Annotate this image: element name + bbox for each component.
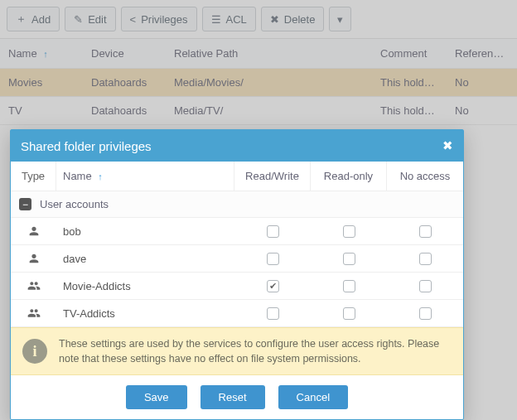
dcol-name-label: Name	[63, 170, 92, 182]
save-button[interactable]: Save	[126, 385, 187, 409]
group-icon	[27, 307, 41, 320]
type-cell	[11, 300, 56, 326]
privilege-row: bob	[11, 218, 463, 245]
type-cell	[11, 218, 56, 244]
dcol-ro-label: Read-only	[324, 170, 373, 182]
close-icon[interactable]: ✖	[442, 138, 453, 153]
dcol-name[interactable]: Name ↑	[56, 162, 234, 191]
cancel-button[interactable]: Cancel	[278, 385, 348, 409]
dcol-type-label: Type	[22, 170, 45, 182]
group-header[interactable]: − User accounts	[11, 191, 463, 218]
info-text: These settings are used by the services …	[59, 336, 452, 366]
user-icon	[27, 224, 41, 238]
na-checkbox[interactable]	[419, 307, 432, 320]
rw-checkbox[interactable]	[267, 307, 279, 320]
na-checkbox[interactable]	[419, 225, 432, 238]
info-icon: i	[22, 339, 47, 364]
type-cell	[11, 273, 56, 299]
group-icon	[27, 279, 41, 292]
privileges-dialog: Shared folder privileges ✖ Type Name ↑ R…	[10, 129, 464, 420]
dcol-ro[interactable]: Read-only	[311, 162, 387, 191]
dialog-title: Shared folder privileges	[21, 139, 152, 153]
ro-checkbox[interactable]	[343, 253, 355, 265]
name-cell: bob	[56, 219, 234, 244]
rw-checkbox[interactable]	[267, 253, 279, 265]
type-cell	[11, 245, 56, 272]
dialog-actions: Save Reset Cancel	[11, 375, 463, 419]
dcol-na-label: No access	[400, 170, 451, 182]
dcol-rw-label: Read/Write	[245, 170, 299, 182]
na-checkbox[interactable]	[419, 280, 432, 292]
dialog-grid-header: Type Name ↑ Read/Write Read-only No acce…	[11, 162, 463, 191]
ro-checkbox[interactable]	[343, 307, 355, 320]
name-cell: Movie-Addicts	[56, 273, 234, 299]
name-cell: TV-Addicts	[56, 301, 234, 326]
info-bar: i These settings are used by the service…	[11, 327, 463, 375]
name-cell: dave	[56, 246, 234, 272]
ro-checkbox[interactable]	[343, 225, 355, 238]
dcol-rw[interactable]: Read/Write	[234, 162, 311, 191]
rw-checkbox[interactable]	[267, 225, 279, 238]
privilege-row: Movie-Addicts	[11, 273, 463, 300]
privilege-row: dave	[11, 245, 463, 273]
dcol-type[interactable]: Type	[11, 162, 56, 191]
group-label: User accounts	[40, 198, 109, 210]
privilege-row: TV-Addicts	[11, 300, 463, 327]
user-icon	[27, 252, 41, 265]
sort-asc-icon: ↑	[98, 171, 103, 181]
na-checkbox[interactable]	[419, 253, 432, 265]
reset-button[interactable]: Reset	[201, 385, 265, 409]
dcol-na[interactable]: No access	[387, 162, 463, 191]
ro-checkbox[interactable]	[343, 280, 355, 292]
dialog-titlebar: Shared folder privileges ✖	[11, 130, 463, 162]
collapse-icon[interactable]: −	[19, 198, 31, 210]
rw-checkbox[interactable]	[267, 280, 279, 292]
